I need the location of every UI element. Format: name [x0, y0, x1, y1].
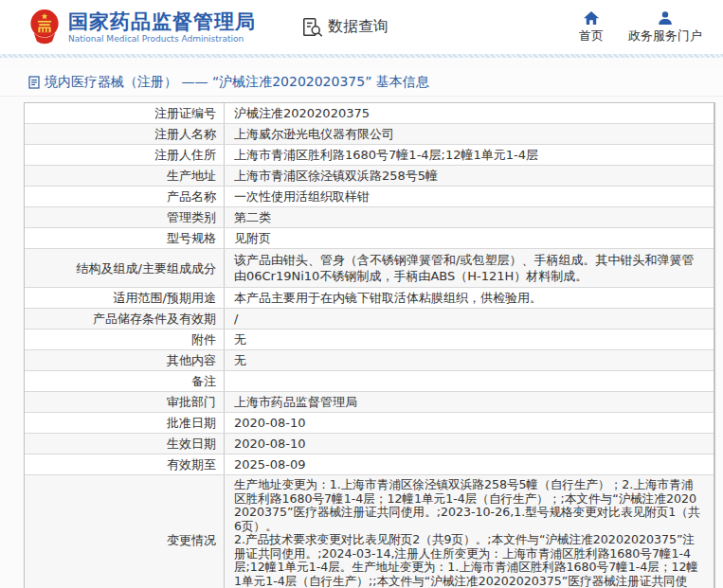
table-row: 批准日期 2020-08-10 — [25, 413, 714, 434]
row-value: 一次性使用活组织取样钳 — [225, 187, 714, 206]
row-label: 结构及组成/主要组成成分 — [25, 249, 225, 287]
table-row: 生产地址 上海市青浦区徐泾镇双浜路258号5幢 — [25, 166, 714, 187]
row-label: 产品储存条件及有效期 — [25, 309, 225, 329]
row-label: 注册人住所 — [25, 145, 225, 165]
table-row: 注册证编号 沪械注准20202020375 — [25, 103, 714, 124]
document-icon — [28, 76, 40, 89]
home-icon — [584, 11, 599, 25]
row-value: / — [225, 309, 714, 329]
nav-home[interactable]: 首页 — [579, 11, 604, 43]
row-label: 产品名称 — [25, 187, 225, 206]
row-value — [225, 371, 714, 391]
row-value: 2020-08-10 — [225, 434, 714, 454]
document-search-icon — [301, 16, 324, 39]
data-query-label: 数据查询 — [328, 17, 389, 37]
row-value: 生产地址变更为：1.上海市青浦区徐泾镇双浜路258号5幢（自行生产）；2.上海市… — [225, 475, 714, 588]
table-row: 变更情况 生产地址变更为：1.上海市青浦区徐泾镇双浜路258号5幢（自行生产）；… — [25, 475, 714, 588]
row-value: 无 — [225, 330, 714, 349]
row-value: 沪械注准20202020375 — [225, 103, 714, 123]
table-row: 附件 无 — [25, 330, 714, 350]
row-value: 无 — [225, 350, 714, 370]
table-row: 生效日期 2020-08-10 — [25, 434, 714, 454]
row-label: 管理类别 — [25, 207, 225, 227]
row-label: 适用范围/预期用途 — [25, 288, 225, 308]
row-label: 附件 — [25, 330, 225, 349]
table-row: 审批部门 上海市药品监督管理局 — [25, 392, 714, 413]
row-value: 该产品由钳头、管身（含不锈钢弹簧管和/或包塑层）、手柄组成。其中钳头和弹簧管由0… — [225, 249, 714, 287]
registration-info-table: 注册证编号 沪械注准20202020375 注册人名称 上海威尔逊光电仪器有限公… — [24, 102, 715, 588]
table-row: 结构及组成/主要组成成分 该产品由钳头、管身（含不锈钢弹簧管和/或包塑层）、手柄… — [25, 249, 714, 288]
site-header: 国家药品监督管理局 National Medical Products Admi… — [0, 0, 723, 54]
row-label: 型号规格 — [25, 228, 225, 248]
nav-data-query[interactable]: 数据查询 — [301, 16, 389, 39]
page-title-bar: 境内医疗器械（注册） —— “沪械注准20202020375” 基本信息 — [0, 69, 723, 97]
page-title: 境内医疗器械（注册） —— “沪械注准20202020375” 基本信息 — [45, 74, 429, 91]
row-label: 其他内容 — [25, 350, 225, 370]
row-value: 上海市青浦区徐泾镇双浜路258号5幢 — [225, 166, 714, 186]
row-label: 备注 — [25, 371, 225, 391]
row-value: 2025-08-09 — [225, 454, 714, 474]
person-icon — [658, 11, 673, 25]
row-value: 上海市药品监督管理局 — [225, 392, 714, 412]
header-right-nav: 首页 政务服务门户 — [579, 11, 702, 43]
row-label: 审批部门 — [25, 392, 225, 412]
row-label: 批准日期 — [25, 413, 225, 433]
row-value: 2020-08-10 — [225, 413, 714, 433]
row-value: 见附页 — [225, 228, 714, 248]
agency-title-block: 国家药品监督管理局 National Medical Products Admi… — [68, 10, 256, 45]
table-row: 产品储存条件及有效期 / — [25, 309, 714, 330]
table-row: 有效期至 2025-08-09 — [25, 454, 714, 475]
table-row: 管理类别 第二类 — [25, 207, 714, 228]
national-emblem-logo — [28, 8, 61, 47]
row-value: 上海市青浦区胜利路1680号7幢1-4层;12幢1单元1-4层 — [225, 145, 714, 165]
header-divider-band — [0, 54, 723, 58]
row-label: 变更情况 — [25, 475, 225, 588]
row-label: 生产地址 — [25, 166, 225, 186]
table-row: 备注 — [25, 371, 714, 392]
row-label: 有效期至 — [25, 454, 225, 474]
nav-home-label: 首页 — [579, 28, 604, 43]
row-label: 注册人名称 — [25, 124, 225, 144]
row-label: 注册证编号 — [25, 103, 225, 123]
table-row: 其他内容 无 — [25, 350, 714, 371]
table-row: 注册人名称 上海威尔逊光电仪器有限公司 — [25, 124, 714, 145]
table-row: 产品名称 一次性使用活组织取样钳 — [25, 187, 714, 207]
row-value: 第二类 — [225, 207, 714, 227]
nav-gov-portal[interactable]: 政务服务门户 — [628, 11, 702, 43]
table-row: 型号规格 见附页 — [25, 228, 714, 249]
agency-brand: 国家药品监督管理局 National Medical Products Admi… — [28, 8, 256, 47]
table-row: 注册人住所 上海市青浦区胜利路1680号7幢1-4层;12幢1单元1-4层 — [25, 145, 714, 166]
row-value: 上海威尔逊光电仪器有限公司 — [225, 124, 714, 144]
row-label: 生效日期 — [25, 434, 225, 454]
row-value: 本产品主要用于在内镜下钳取活体粘膜组织，供检验用。 — [225, 288, 714, 308]
agency-name-cn: 国家药品监督管理局 — [68, 10, 256, 33]
nav-gov-portal-label: 政务服务门户 — [628, 28, 702, 43]
table-row: 适用范围/预期用途 本产品主要用于在内镜下钳取活体粘膜组织，供检验用。 — [25, 288, 714, 309]
agency-name-en: National Medical Products Administration — [68, 33, 256, 45]
